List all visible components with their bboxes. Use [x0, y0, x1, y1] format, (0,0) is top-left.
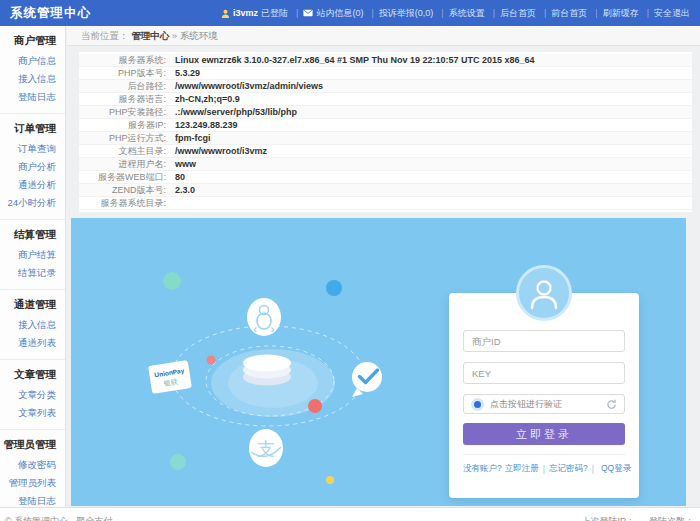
login-banner: UnionPay 银联 支 [71, 218, 686, 506]
user-icon [221, 9, 230, 18]
nav-item-refresh-cache[interactable]: 刷新缓存 [603, 7, 654, 20]
sidebar-item-channel-access[interactable]: 接入信息 [0, 316, 56, 334]
table-row: ZEND版本号:2.3.0 [79, 184, 692, 197]
sidebar-item-merchant-info[interactable]: 商户信息 [0, 52, 56, 70]
key-input[interactable] [463, 362, 625, 384]
header-nav: i3vmz 已登陆 站内信息(0) 投诉举报(0,0) 系统设置 后台首页 前台… [221, 7, 690, 20]
user-name: i3vmz [233, 8, 258, 18]
captcha-button[interactable]: 点击按钮进行验证 [463, 394, 625, 414]
sidebar-item-access-info[interactable]: 接入信息 [0, 70, 56, 88]
dot-red-small [207, 356, 216, 365]
nav-item-admin-home[interactable]: 后台首页 [500, 7, 551, 20]
sidebar-item-merchant-analysis[interactable]: 商户分析 [0, 158, 56, 176]
captcha-verify-icon [471, 398, 484, 411]
table-row: 服务器系统目录: [79, 197, 692, 210]
dot-blue [326, 280, 342, 296]
no-account-text: 没有账户? [463, 463, 502, 475]
avatar [516, 265, 572, 321]
forgot-password-link[interactable]: 忘记密码? [549, 463, 588, 475]
sidebar-item-24h-analysis[interactable]: 24小时分析 [0, 194, 56, 212]
sidebar-item-channel-analysis[interactable]: 通道分析 [0, 176, 56, 194]
login-button[interactable]: 立即登录 [463, 423, 625, 445]
main-content: 当前位置： 管理中心 » 系统环境 服务器系统:Linux ewnzrz6k 3… [67, 26, 700, 507]
register-link[interactable]: 立即注册 [505, 463, 539, 475]
breadcrumb-current: 系统环境 [180, 30, 218, 41]
unionpay-card-icon: UnionPay 银联 [148, 360, 192, 394]
table-row: 服务器语言:zh-CN,zh;q=0.9 [79, 93, 692, 106]
sidebar-item-article-list[interactable]: 文章列表 [0, 404, 56, 422]
checkmark-icon [352, 362, 382, 397]
nav-item-messages[interactable]: 站内信息(0) [303, 7, 378, 20]
sidebar-item-order-query[interactable]: 订单查询 [0, 140, 56, 158]
section-title: 管理员管理 [0, 438, 56, 452]
captcha-text: 点击按钮进行验证 [490, 398, 562, 411]
login-card: 点击按钮进行验证 立即登录 没有账户? 立即注册 | 忘记密码? | QQ登录 [449, 293, 639, 498]
section-title: 商户管理 [0, 34, 56, 48]
page-title: 系统管理中心 [10, 5, 91, 22]
dot-teal [170, 454, 186, 470]
sidebar-item-admin-login-log[interactable]: 登陆日志 [0, 492, 56, 507]
table-row: 进程用户名:www [79, 158, 692, 171]
sidebar-section-admins: 管理员管理 修改密码 管理员列表 登陆日志 [0, 430, 65, 507]
sidebar-item-admin-list[interactable]: 管理员列表 [0, 474, 56, 492]
breadcrumb-separator: » [172, 30, 177, 41]
sidebar-section-orders: 订单管理 订单查询 商户分析 通道分析 24小时分析 [0, 114, 65, 220]
sidebar-section-channels: 通道管理 接入信息 通道列表 [0, 290, 65, 360]
system-info-panel: 服务器系统:Linux ewnzrz6k 3.10.0-327.el7.x86_… [79, 52, 692, 212]
dot-green [163, 272, 181, 290]
coins-icon [243, 355, 291, 386]
login-status: 已登陆 [261, 7, 288, 20]
sidebar-item-change-password[interactable]: 修改密码 [0, 456, 56, 474]
qq-login-link[interactable]: QQ登录 [601, 463, 631, 475]
sidebar-item-merchant-settlement[interactable]: 商户结算 [0, 246, 56, 264]
table-row: 服务器WEB端口:80 [79, 171, 692, 184]
section-title: 文章管理 [0, 368, 56, 382]
page-footer: © 系统管理中心 - 聚合支付 上次登陆IP： 登陆次数： [0, 507, 700, 521]
table-row: 后台路径:/www/wwwroot/i3vmz/admin/views [79, 80, 692, 93]
breadcrumb: 当前位置： 管理中心 » 系统环境 [67, 26, 700, 46]
breadcrumb-prefix: 当前位置： [81, 30, 129, 41]
sidebar-section-settlement: 结算管理 商户结算 结算记录 [0, 220, 65, 290]
sidebar: 商户管理 商户信息 接入信息 登陆日志 订单管理 订单查询 商户分析 通道分析 … [0, 26, 66, 507]
qq-icon [247, 298, 281, 336]
nav-item-complaints[interactable]: 投诉举报(0,0) [379, 7, 449, 20]
table-row: 文档主目录:/www/wwwroot/i3vmz [79, 145, 692, 158]
nav-item-logout[interactable]: 安全退出 [654, 7, 690, 20]
login-footer-links: 没有账户? 立即注册 | 忘记密码? | QQ登录 [463, 463, 625, 475]
sidebar-item-channel-list[interactable]: 通道列表 [0, 334, 56, 352]
nav-item-front-home[interactable]: 前台首页 [551, 7, 602, 20]
footer-copyright: © 系统管理中心 - 聚合支付 [5, 515, 112, 521]
merchant-id-input[interactable] [463, 330, 625, 352]
section-title: 通道管理 [0, 298, 56, 312]
table-row: 服务器系统:Linux ewnzrz6k 3.10.0-327.el7.x86_… [79, 54, 692, 67]
dot-red [308, 399, 322, 413]
sidebar-section-merchant: 商户管理 商户信息 接入信息 登陆日志 [0, 26, 65, 114]
mail-icon [303, 9, 313, 17]
logged-in-user: i3vmz 已登陆 [221, 7, 303, 20]
table-row: PHP安装路径:.:/www/server/php/53/lib/php [79, 106, 692, 119]
sidebar-item-login-log[interactable]: 登陆日志 [0, 88, 56, 106]
table-row: PHP运行方式:fpm-fcgi [79, 132, 692, 145]
section-title: 订单管理 [0, 122, 56, 136]
sidebar-item-settlement-records[interactable]: 结算记录 [0, 264, 56, 282]
avatar-person-icon [527, 276, 561, 310]
app-header: 系统管理中心 i3vmz 已登陆 站内信息(0) 投诉举报(0,0) 系统设置 … [0, 0, 700, 26]
login-count-label: 登陆次数： [649, 515, 694, 521]
table-row: PHP版本号:5.3.29 [79, 67, 692, 80]
divider [463, 454, 625, 455]
last-login-label: 上次登陆IP： [581, 515, 635, 521]
sidebar-item-article-categories[interactable]: 文章分类 [0, 386, 56, 404]
sidebar-section-articles: 文章管理 文章分类 文章列表 [0, 360, 65, 430]
breadcrumb-section-link[interactable]: 管理中心 [131, 30, 169, 41]
section-title: 结算管理 [0, 228, 56, 242]
refresh-icon[interactable] [606, 399, 617, 410]
alipay-icon: 支 [249, 429, 283, 467]
table-row: 服务器IP:123.249.88.239 [79, 119, 692, 132]
nav-item-settings[interactable]: 系统设置 [449, 7, 500, 20]
dot-yellow [326, 476, 334, 484]
